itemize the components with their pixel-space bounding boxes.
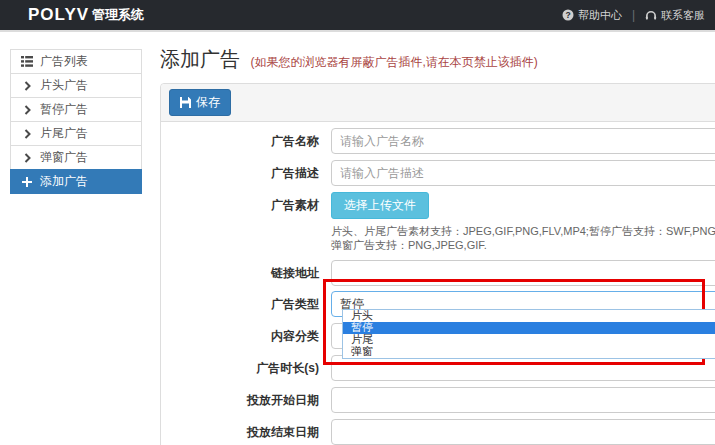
sidebar-item-preroll-ads[interactable]: 片头广告 (10, 73, 142, 98)
chevron-right-icon (21, 105, 33, 115)
ad-name-label: 广告名称 (161, 128, 331, 154)
help-center-link[interactable]: ? 帮助中心 (562, 8, 622, 23)
navbar-right: ? 帮助中心 | 联系客服 (562, 8, 705, 23)
top-navbar: POLYV 管理系统 ? 帮助中心 | 联系客服 (0, 0, 715, 32)
brand-logo[interactable]: POLYV 管理系统 (28, 5, 144, 25)
dropdown-option-postroll[interactable]: 片尾 (343, 334, 715, 346)
upload-file-button[interactable]: 选择上传文件 (331, 192, 429, 219)
sidebar-item-postroll-ads[interactable]: 片尾广告 (10, 121, 142, 146)
sidebar-item-label: 弹窗广告 (40, 149, 88, 166)
save-icon (180, 97, 191, 108)
headset-icon (645, 9, 657, 21)
form-row-link-url: 链接地址 (161, 260, 715, 286)
page-title: 添加广告 (160, 48, 240, 70)
ad-material-label: 广告素材 (161, 192, 331, 218)
form-panel: 保存 广告名称 广告描述 广告素材 选择上传文件 片头、片尾广告素材支持：JPE… (160, 83, 715, 445)
brand-name: POLYV (28, 5, 89, 25)
dropdown-option-popup[interactable]: 弹窗 (343, 346, 715, 358)
start-date-input[interactable] (331, 387, 715, 413)
ad-description-input[interactable] (331, 160, 715, 186)
plus-icon (21, 177, 33, 187)
ad-type-label: 广告类型 (161, 291, 331, 317)
save-button-label: 保存 (196, 94, 220, 111)
brand-suffix: 管理系统 (92, 6, 144, 24)
form-row-ad-name: 广告名称 (161, 128, 715, 154)
question-circle-icon: ? (562, 9, 574, 21)
sidebar-item-add-ad[interactable]: 添加广告 (10, 169, 142, 194)
ad-duration-label: 广告时长(s) (161, 355, 331, 381)
page-title-note: (如果您的浏览器有屏蔽广告插件,请在本页禁止该插件) (250, 55, 537, 69)
sidebar-item-label: 添加广告 (40, 173, 88, 190)
form-row-end-date: 投放结束日期 (161, 419, 715, 445)
save-button[interactable]: 保存 (169, 89, 231, 116)
contact-support-label: 联系客服 (661, 8, 705, 23)
contact-support-link[interactable]: 联系客服 (645, 8, 705, 23)
svg-text:?: ? (565, 10, 570, 20)
sidebar-item-label: 广告列表 (40, 53, 88, 70)
page: POLYV 管理系统 ? 帮助中心 | 联系客服 广告列 (0, 0, 715, 445)
ad-type-dropdown: 片头 暂停 片尾 弹窗 (342, 309, 715, 359)
end-date-label: 投放结束日期 (161, 419, 331, 445)
form-row-ad-material: 广告素材 选择上传文件 片头、片尾广告素材支持：JPEG,GIF,PNG,FLV… (161, 192, 715, 252)
chevron-right-icon (21, 81, 33, 91)
chevron-right-icon (21, 153, 33, 163)
ad-name-input[interactable] (331, 128, 715, 154)
form-row-ad-description: 广告描述 (161, 160, 715, 186)
main-content: 添加广告 (如果您的浏览器有屏蔽广告插件,请在本页禁止该插件) 保存 广告名称 (160, 46, 715, 445)
panel-body: 广告名称 广告描述 广告素材 选择上传文件 片头、片尾广告素材支持：JPEG,G… (161, 122, 715, 445)
list-icon (21, 56, 33, 67)
dropdown-option-pause[interactable]: 暂停 (343, 322, 715, 334)
material-format-hint: 片头、片尾广告素材支持：JPEG,GIF,PNG,FLV,MP4;暂停广告支持：… (331, 224, 715, 252)
panel-header: 保存 (161, 84, 715, 122)
start-date-label: 投放开始日期 (161, 387, 331, 413)
sidebar-item-ad-list[interactable]: 广告列表 (10, 49, 142, 74)
nav-separator: | (632, 8, 635, 22)
ad-description-label: 广告描述 (161, 160, 331, 186)
sidebar-item-popup-ads[interactable]: 弹窗广告 (10, 145, 142, 170)
form-row-start-date: 投放开始日期 (161, 387, 715, 413)
sidebar-item-pause-ads[interactable]: 暂停广告 (10, 97, 142, 122)
sidebar-item-label: 片尾广告 (40, 125, 88, 142)
sidebar-item-label: 暂停广告 (40, 101, 88, 118)
link-url-label: 链接地址 (161, 260, 331, 286)
content-category-label: 内容分类 (161, 323, 331, 349)
chevron-right-icon (21, 129, 33, 139)
link-url-input[interactable] (331, 260, 715, 286)
sidebar: 广告列表 片头广告 暂停广告 片尾广告 弹窗广告 (10, 49, 142, 194)
dropdown-option-preroll[interactable]: 片头 (343, 310, 715, 322)
help-center-label: 帮助中心 (578, 8, 622, 23)
end-date-input[interactable] (331, 419, 715, 445)
sidebar-item-label: 片头广告 (40, 77, 88, 94)
page-title-row: 添加广告 (如果您的浏览器有屏蔽广告插件,请在本页禁止该插件) (160, 46, 715, 73)
